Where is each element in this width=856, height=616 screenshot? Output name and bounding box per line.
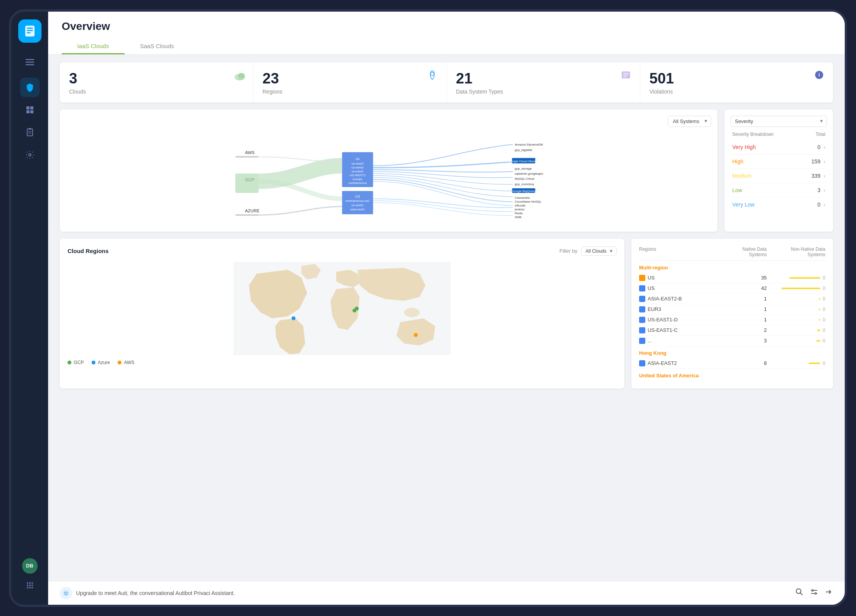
svg-text:Cassandra: Cassandra [515, 196, 530, 200]
svg-point-18 [31, 582, 33, 584]
svg-point-22 [27, 587, 28, 588]
svg-point-75 [66, 592, 68, 593]
clouds-number: 3 [69, 70, 244, 87]
svg-rect-4 [26, 59, 34, 60]
svg-text:gcp_storage: gcp_storage [515, 167, 532, 170]
aws-label: AWS [245, 150, 255, 155]
user-avatar[interactable]: DB [22, 558, 38, 574]
high-label: High [732, 158, 743, 165]
gcp-cloud-icon-4 [639, 317, 645, 323]
gcp-cloud-icon-7 [639, 360, 645, 366]
severity-total-col: Total [816, 132, 825, 137]
world-map-container [68, 262, 617, 355]
violations-icon: i [814, 69, 826, 82]
hamburger-menu[interactable] [22, 54, 38, 70]
region-name-us-east1d: US-EAST1-D [639, 317, 721, 323]
content-area: 3 Clouds 23 Regions [48, 55, 845, 581]
region-row-us-east1c: US-EAST1-C 2 0 [639, 325, 825, 336]
gcp-legend-dot [68, 361, 71, 364]
chatbot-message: Upgrade to meet Auti, the conversational… [60, 587, 235, 599]
svg-rect-30 [623, 73, 629, 73]
cloud-filter-dropdown[interactable]: All Clouds [581, 246, 617, 256]
main-content: Overview IaaS Clouds SaaS Clouds 3 Cloud… [48, 12, 845, 605]
svg-point-16 [27, 582, 28, 584]
svg-point-68 [404, 308, 420, 317]
svg-text:northamerica: northamerica [348, 181, 367, 185]
sliders-icon [810, 588, 818, 596]
region-name-us-gcp: US [639, 285, 721, 292]
gcp-legend-label: GCP [74, 360, 84, 365]
svg-rect-11 [27, 129, 33, 136]
very-low-count: 0 [818, 201, 821, 208]
us-east1c-bar-cell: 0 [771, 328, 825, 333]
region-name-ellipsis: ... [639, 338, 721, 344]
us-east1d-bar-cell: 0 [771, 317, 825, 323]
azure-label: AZURE [245, 208, 260, 213]
severity-row-medium[interactable]: Medium 339 › [731, 169, 827, 183]
stat-violations: 501 Violations i [640, 62, 833, 102]
svg-text:us-east1: us-east1 [352, 170, 364, 173]
tab-saas[interactable]: SaaS Clouds [125, 39, 190, 54]
asia-zero: 0 [823, 296, 825, 302]
svg-point-70 [355, 307, 359, 311]
svg-point-72 [414, 333, 418, 337]
severity-row-low[interactable]: Low 3 › [731, 183, 827, 198]
us-east1d-native: 1 [721, 317, 771, 323]
bottom-bar: Upgrade to meet Auti, the conversational… [48, 581, 845, 605]
severity-dropdown-wrapper: Severity ▼ [731, 116, 827, 127]
sidebar-item-dashboard[interactable] [20, 100, 40, 120]
severity-dropdown[interactable]: Severity [731, 116, 827, 127]
severity-panel: Severity ▼ Severity Breakdown Total Very… [724, 109, 833, 232]
data-types-label: Data System Types [456, 88, 631, 95]
severity-breakdown-col: Severity Breakdown [732, 132, 774, 137]
very-high-label: Very High [732, 144, 756, 150]
azure-legend-dot [92, 361, 95, 364]
gcp-cloud-icon-2 [639, 296, 645, 302]
svg-point-19 [27, 585, 28, 586]
search-button[interactable] [795, 588, 804, 598]
aws-legend-label: AWS [124, 360, 134, 365]
ellipsis-zero: 0 [823, 338, 825, 344]
svg-text:gcp_inventory: gcp_inventory [515, 182, 534, 186]
grid-dots-icon[interactable] [22, 578, 38, 593]
forward-button[interactable] [825, 588, 833, 598]
sidebar-item-shield[interactable] [20, 78, 40, 97]
svg-text:MySQL-Cloud: MySQL-Cloud [515, 177, 534, 180]
region-row-ellipsis: ... 3 0 [639, 336, 825, 346]
svg-text:SMB: SMB [515, 215, 522, 219]
regions-table-header: Regions Native DataSystems Non-Native Da… [639, 246, 825, 261]
gcp-cloud-icon-3 [639, 306, 645, 312]
svg-point-71 [292, 316, 296, 320]
svg-rect-12 [29, 128, 31, 130]
high-count: 159 [811, 158, 820, 165]
region-label-asia: ASIA-EAST2-B [648, 296, 682, 302]
sidebar-item-gear[interactable] [20, 145, 40, 165]
svg-text:US: US [355, 194, 360, 198]
very-low-chevron: › [823, 201, 825, 208]
region-name-asia: ASIA-EAST2-B [639, 296, 721, 302]
tab-iaas[interactable]: IaaS Clouds [62, 39, 125, 54]
severity-row-high[interactable]: High 159 › [731, 154, 827, 169]
chatbot-bubble [60, 587, 72, 599]
violations-label: Violations [650, 88, 824, 95]
region-name-us-east1c: US-EAST1-C [639, 327, 721, 333]
svg-rect-3 [27, 32, 31, 33]
settings-button[interactable] [810, 588, 818, 598]
us-gcp-bar [781, 288, 820, 289]
region-label-ellipsis: ... [648, 338, 652, 344]
section-multi-region: Multi-region [639, 265, 825, 271]
severity-row-very-high[interactable]: Very High 0 › [731, 140, 827, 154]
svg-point-27 [238, 73, 245, 78]
shield-icon [25, 83, 35, 92]
svg-text:Google BigQuery: Google BigQuery [512, 189, 535, 193]
region-row-asia-east2b: ASIA-EAST2-B 1 0 [639, 294, 825, 304]
col-region-header: Regions [639, 246, 721, 257]
svg-point-74 [64, 592, 66, 593]
region-label-us-east1c: US-EAST1-C [648, 327, 678, 333]
all-systems-dropdown[interactable]: All Systems [668, 116, 711, 127]
sidebar-item-clipboard[interactable] [20, 123, 40, 142]
stat-data-types: 21 Data System Types [447, 62, 640, 102]
filter-label: Filter by [560, 248, 577, 254]
severity-row-very-low[interactable]: Very Low 0 › [731, 198, 827, 212]
sidebar-logo[interactable] [18, 19, 42, 43]
